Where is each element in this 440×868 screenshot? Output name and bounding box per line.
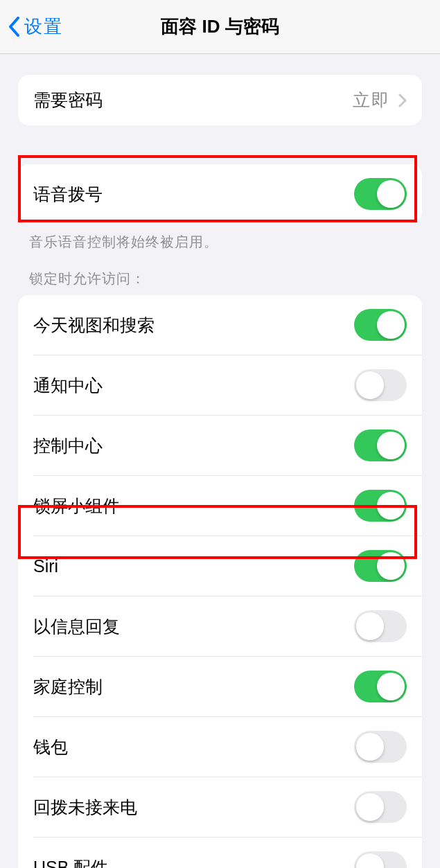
lock-access-row: 锁屏小组件	[18, 476, 422, 535]
require-passcode-value: 立即	[353, 89, 390, 112]
lock-access-toggle[interactable]	[354, 851, 407, 868]
lock-access-toggle[interactable]	[354, 610, 407, 642]
lock-access-toggle[interactable]	[354, 791, 407, 823]
voice-dial-row: 语音拨号	[18, 164, 422, 224]
lock-access-row: 钱包	[18, 717, 422, 777]
chevron-right-icon	[398, 94, 407, 107]
lock-access-label: 钱包	[33, 736, 68, 759]
lock-access-toggle[interactable]	[354, 369, 407, 401]
lock-access-toggle[interactable]	[354, 490, 407, 522]
lock-access-row: 家庭控制	[18, 657, 422, 716]
lock-access-header: 锁定时允许访问：	[29, 269, 411, 288]
chevron-left-icon	[8, 17, 20, 37]
voice-dial-group: 语音拨号	[18, 164, 422, 224]
voice-dial-toggle[interactable]	[354, 178, 407, 210]
require-passcode-row[interactable]: 需要密码 立即	[18, 75, 422, 125]
lock-access-label: 以信息回复	[33, 615, 120, 638]
lock-access-toggle[interactable]	[354, 731, 407, 763]
lock-access-label: Siri	[33, 556, 58, 576]
lock-access-toggle[interactable]	[354, 309, 407, 341]
lock-access-row: USB 配件	[18, 838, 422, 868]
lock-access-label: 控制中心	[33, 434, 103, 457]
lock-access-toggle[interactable]	[354, 550, 407, 582]
lock-access-row: Siri	[18, 536, 422, 596]
require-passcode-label: 需要密码	[33, 89, 103, 112]
lock-access-label: 锁屏小组件	[33, 495, 120, 517]
lock-access-row: 以信息回复	[18, 596, 422, 656]
lock-access-label: 家庭控制	[33, 675, 103, 698]
lock-access-toggle[interactable]	[354, 429, 407, 461]
lock-access-group: 今天视图和搜索通知中心控制中心锁屏小组件Siri以信息回复家庭控制钱包回拨未接来…	[18, 295, 422, 868]
page-title: 面容 ID 与密码	[161, 15, 279, 39]
lock-access-label: 回拨未接来电	[33, 796, 137, 819]
voice-dial-label: 语音拨号	[33, 183, 103, 206]
lock-access-label: 通知中心	[33, 374, 103, 397]
lock-access-row: 通知中心	[18, 355, 422, 415]
back-label: 设置	[24, 15, 63, 39]
lock-access-row: 今天视图和搜索	[18, 295, 422, 355]
navigation-bar: 设置 面容 ID 与密码	[0, 0, 440, 54]
lock-access-label: 今天视图和搜索	[33, 314, 155, 337]
lock-access-row: 回拨未接来电	[18, 777, 422, 837]
lock-access-row: 控制中心	[18, 416, 422, 475]
lock-access-toggle[interactable]	[354, 671, 407, 702]
lock-access-label: USB 配件	[33, 856, 108, 869]
passcode-group: 需要密码 立即	[18, 75, 422, 125]
voice-dial-footer: 音乐语音控制将始终被启用。	[29, 232, 411, 251]
back-button[interactable]: 设置	[0, 15, 63, 39]
